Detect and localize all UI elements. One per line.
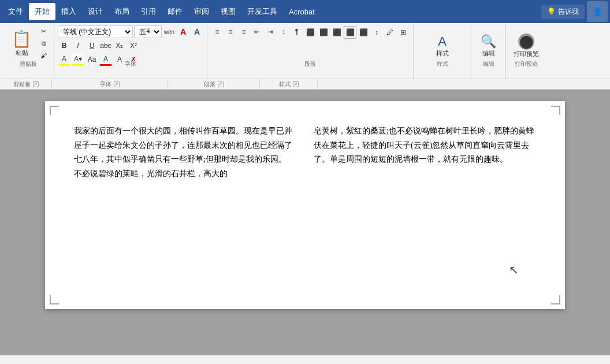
search-icon: 🔍 [481,34,496,49]
justify-cjk-btn[interactable]: ⬛ [357,26,370,39]
font-expand-btn[interactable]: ↗ [114,81,120,87]
print-label-group: 打印预览 [506,60,546,68]
text-para-1: 我家的后面有一个很大的园，相传叫作百草园。现在是早已并屋子一起卖给朱文公的子孙了… [74,124,296,181]
paste-icon: 📋 [12,29,32,49]
font-label: 字体 [54,60,207,68]
clipboard-section-label: 剪贴板 ↗ [0,79,52,89]
menu-review[interactable]: 审阅 [188,3,215,20]
print-preview-button[interactable]: ⬤ 打印预览 [509,27,543,64]
border-btn[interactable]: ⊞ [397,26,410,39]
page-corner-tl [50,106,59,115]
align-center-btn[interactable]: ⬛ [317,26,330,39]
editing-label: 编辑 [482,49,495,58]
font-name-select[interactable]: 等线 (中文正文) [58,25,133,38]
bullet-list-btn[interactable]: ≡ [211,25,224,38]
ribbon-group-clipboard: 📋 粘贴 ✂ ⧉ 🖌 剪贴板 [2,24,54,79]
font-controls: 等线 (中文正文) 五号 wén A A B I U abc X₂ X² [58,25,203,77]
clipboard-expand-btn[interactable]: ↗ [33,81,39,87]
menu-right: 💡 告诉我 👤 [541,1,608,22]
editing-button[interactable]: 🔍 编辑 [477,27,500,64]
user-button[interactable]: 👤 [587,1,608,22]
bold-button[interactable]: B [58,39,70,52]
styles-section-label: 样式 ↗ [260,79,318,89]
paragraph-label: 段落 [207,60,413,68]
decrease-indent-btn[interactable]: ⇤ [251,25,263,38]
show-marks-btn[interactable]: ¶ [291,25,303,38]
sort-btn[interactable]: ↕ [277,25,290,38]
font-size-select[interactable]: 五号 [134,25,162,38]
menu-start[interactable]: 开始 [29,3,55,20]
ribbon-group-font: 等线 (中文正文) 五号 wén A A B I U abc X₂ X² [54,24,207,79]
ribbon-labels-bar: 剪贴板 ↗ 字体 ↗ 段落 ↗ 样式 ↗ [0,79,610,89]
font-section-label: 字体 ↗ [52,79,168,89]
text-effects-btn[interactable]: A [191,25,203,38]
page-corner-tr [551,106,560,115]
format-painter-icon: 🖌 [40,52,47,59]
strikethrough-button[interactable]: abc [99,39,112,52]
document-area: 我家的后面有一个很大的园，相传叫作百草园。现在是早已并屋子一起卖给朱文公的子孙了… [0,90,610,355]
menu-devtools[interactable]: 开发工具 [241,3,283,20]
clipboard-small-btns: ✂ ⧉ 🖌 [38,25,50,61]
tell-me-btn[interactable]: 💡 告诉我 [541,5,585,19]
menu-design[interactable]: 设计 [82,3,109,20]
increase-indent-btn[interactable]: ⇥ [264,25,277,38]
cut-button[interactable]: ✂ [38,25,50,37]
menu-insert[interactable]: 插入 [55,3,82,20]
page-corner-br [551,295,560,304]
align-right-btn[interactable]: ⬛ [330,26,343,39]
copy-icon: ⧉ [42,40,46,47]
user-icon: 👤 [593,7,602,16]
menu-reference[interactable]: 引用 [135,3,162,20]
menu-layout[interactable]: 布局 [109,3,135,20]
paragraph-section-label: 段落 ↗ [168,79,260,89]
italic-button[interactable]: I [72,39,84,52]
shading-btn[interactable]: 🖊 [384,26,396,39]
cut-icon: ✂ [41,28,46,35]
print-label: 打印预览 [514,50,539,58]
paragraph-buttons: ≡ ≡ ≡ ⇤ ⇥ ↕ ¶ ⬛ ⬛ ⬛ ⬛ ⬛ ↕ 🖊 ⊞ [211,25,410,51]
ribbon-toolbar: 📋 粘贴 ✂ ⧉ 🖌 剪贴板 [0,23,610,79]
clipboard-label: 剪贴板 [2,60,54,68]
text-para-2: 皂荚树，紫红的桑葚;也不必说鸣蝉在树叶里长吟，肥胖的黄蜂伏在菜花上，轻捷的叫天子… [314,124,536,167]
menu-mail[interactable]: 邮件 [162,3,188,20]
print-icon: ⬤ [518,34,534,50]
subscript-button[interactable]: X₂ [113,39,126,52]
line-spacing-btn[interactable]: ↕ [370,26,383,39]
paste-button[interactable]: 📋 粘贴 [6,25,37,61]
ribbon: 📋 粘贴 ✂ ⧉ 🖌 剪贴板 [0,23,610,90]
copy-button[interactable]: ⧉ [38,38,50,49]
paragraph-expand-btn[interactable]: ↗ [218,81,224,87]
menu-acrobat[interactable]: Acrobat [283,4,321,20]
justify-btn[interactable]: ⬛ [344,26,356,39]
ribbon-group-paragraph: ≡ ≡ ≡ ⇤ ⇥ ↕ ¶ ⬛ ⬛ ⬛ ⬛ ⬛ ↕ 🖊 ⊞ [207,24,414,79]
ribbon-group-styles: A 样式 样式 [414,24,471,79]
ribbon-group-print: ⬤ 打印预览 打印预览 [506,24,546,79]
numbered-list-btn[interactable]: ≡ [224,25,237,38]
format-painter-button[interactable]: 🖌 [38,50,50,61]
menu-view[interactable]: 视图 [215,3,241,20]
lightbulb-icon: 💡 [547,8,556,16]
font-clear-btn[interactable]: A [177,25,189,38]
page-content: 我家的后面有一个很大的园，相传叫作百草园。现在是早已并屋子一起卖给朱文公的子孙了… [74,124,536,181]
editing-label-group: 编辑 [471,60,505,68]
underline-button[interactable]: U [85,39,98,52]
multilevel-list-btn[interactable]: ≡ [237,25,250,38]
text-column-2: 皂荚树，紫红的桑葚;也不必说鸣蝉在树叶里长吟，肥胖的黄蜂伏在菜花上，轻捷的叫天子… [314,124,536,181]
text-column-1: 我家的后面有一个很大的园，相传叫作百草园。现在是早已并屋子一起卖给朱文公的子孙了… [74,124,296,181]
styles-label: 样式 [436,49,449,58]
tell-me-label: 告诉我 [558,7,579,17]
wen-btn[interactable]: wén [163,25,176,38]
styles-button[interactable]: A 样式 [431,27,454,64]
superscript-button[interactable]: X² [127,39,140,52]
font-name-row: 等线 (中文正文) 五号 wén A A [58,25,203,38]
mouse-cursor: ↖ [509,263,519,277]
paste-label: 粘贴 [16,49,28,57]
document-page[interactable]: 我家的后面有一个很大的园，相传叫作百草园。现在是早已并屋子一起卖给朱文公的子孙了… [45,101,565,309]
align-left-btn[interactable]: ⬛ [304,26,317,39]
ribbon-group-editing: 🔍 编辑 编辑 [471,24,506,79]
styles-icon: A [438,34,447,49]
styles-expand-btn[interactable]: ↗ [293,81,299,87]
menu-file[interactable]: 文件 [2,3,29,20]
menu-bar: 文件 开始 插入 设计 布局 引用 邮件 审阅 视图 开发工具 Acrobat … [0,0,610,23]
styles-label-group: 样式 [414,60,471,68]
